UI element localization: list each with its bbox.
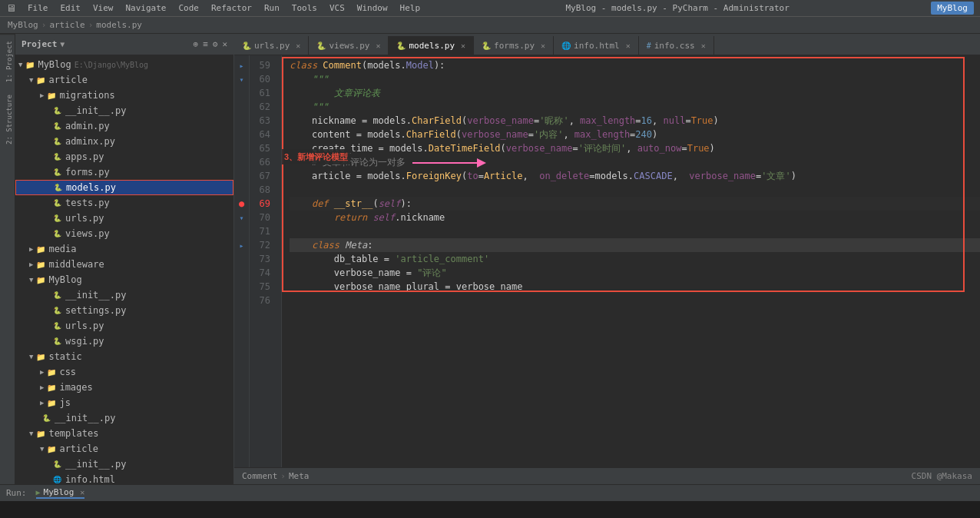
tree-item-views-article[interactable]: 🐍 views.py bbox=[15, 226, 233, 241]
tree-item-init-tpl[interactable]: 🐍 __init__.py bbox=[15, 457, 233, 472]
tab-forms[interactable]: 🐍 forms.py ✕ bbox=[474, 36, 554, 55]
breadcrumb-item-article[interactable]: article bbox=[49, 20, 84, 30]
tree-item-init2[interactable]: 🐍 __init__.py bbox=[15, 287, 233, 303]
file-tree[interactable]: ▼ 📁 MyBlog E:\Django\MyBlog ▼ 📁 article … bbox=[15, 55, 233, 484]
tree-item-adminx[interactable]: 🐍 adminx.py bbox=[15, 134, 233, 149]
tab-close-views[interactable]: ✕ bbox=[376, 42, 380, 50]
code-editor[interactable]: ▸ ▾ ● ▾ ▸ 59 bbox=[234, 55, 980, 467]
tree-item-article[interactable]: ▼ 📁 article bbox=[15, 72, 233, 88]
menu-navigate[interactable]: Navigate bbox=[122, 3, 171, 13]
run-panel: Run: ▶ MyBlog ✕ bbox=[0, 484, 980, 501]
folder-icon-middleware: 📁 bbox=[35, 258, 47, 271]
tab-info-css[interactable]: # info.css ✕ bbox=[639, 36, 714, 55]
sidebar-dropdown-icon[interactable]: ▼ bbox=[60, 40, 65, 48]
py-icon-wsgi: 🐍 bbox=[51, 335, 63, 347]
fold-icon-60[interactable]: ▾ bbox=[239, 75, 243, 84]
tab-close-forms[interactable]: ✕ bbox=[541, 42, 545, 50]
settings-icon[interactable]: ⚙ bbox=[213, 39, 218, 49]
folder-icon-css: 📁 bbox=[45, 366, 58, 378]
structure-panel-tab[interactable]: 2: Structure bbox=[0, 88, 15, 151]
tree-item-media[interactable]: ▶ 📁 media bbox=[15, 241, 233, 257]
menu-code[interactable]: Code bbox=[174, 3, 203, 13]
tree-item-init1[interactable]: 🐍 __init__.py bbox=[15, 103, 233, 118]
label-urls-article: urls.py bbox=[65, 213, 104, 224]
tree-item-apps[interactable]: 🐍 apps.py bbox=[15, 149, 233, 164]
tab-icon-models: 🐍 bbox=[396, 42, 406, 50]
tab-close-models[interactable]: ✕ bbox=[461, 42, 465, 50]
label-middleware: middleware bbox=[48, 259, 104, 270]
tree-item-models[interactable]: 🐍 models.py bbox=[15, 180, 233, 195]
tab-close-urls[interactable]: ✕ bbox=[296, 42, 300, 50]
tree-item-init3[interactable]: 🐍 __init__.py bbox=[15, 410, 233, 426]
bc-comment: Comment bbox=[242, 471, 277, 481]
linenum-62: 62 bbox=[250, 100, 275, 114]
titlebar-left: 🖥 File Edit View Navigate Code Refactor … bbox=[6, 2, 424, 14]
tree-item-myblog-root[interactable]: ▼ 📁 MyBlog E:\Django\MyBlog bbox=[15, 57, 233, 72]
statusbar-right: CSDN @Makasa bbox=[912, 471, 972, 481]
tree-item-myblog-pkg[interactable]: ▼ 📁 MyBlog bbox=[15, 272, 233, 287]
breadcrumb-item-myblog[interactable]: MyBlog bbox=[8, 20, 38, 30]
collapse-all-icon[interactable]: ≡ bbox=[203, 39, 208, 49]
tree-item-admin[interactable]: 🐍 admin.py bbox=[15, 118, 233, 134]
tree-item-article-tpl[interactable]: ▼ 📁 article bbox=[15, 441, 233, 457]
label-init2: __init__.py bbox=[65, 290, 126, 301]
tree-item-settings[interactable]: 🐍 settings.py bbox=[15, 303, 233, 318]
menu-refactor[interactable]: Refactor bbox=[207, 3, 256, 13]
folder-icon-media: 📁 bbox=[35, 243, 47, 255]
tab-label-urls: urls.py bbox=[254, 41, 290, 51]
menu-tools[interactable]: Tools bbox=[288, 3, 321, 13]
fold-icon-72[interactable]: ▸ bbox=[239, 241, 243, 250]
tree-item-tests[interactable]: 🐍 tests.py bbox=[15, 195, 233, 211]
code-content[interactable]: class Comment(models.Model): """ 文章评论表 "… bbox=[282, 55, 980, 467]
tree-item-info-html[interactable]: 🌐 info.html bbox=[15, 472, 233, 484]
label-adminx: adminx.py bbox=[65, 136, 115, 147]
menu-view[interactable]: View bbox=[89, 3, 118, 13]
py-icon-urls-root: 🐍 bbox=[51, 320, 63, 332]
menu-vcs[interactable]: VCS bbox=[326, 3, 349, 13]
tab-close-info-css[interactable]: ✕ bbox=[701, 42, 706, 50]
tab-views[interactable]: 🐍 views.py ✕ bbox=[309, 36, 389, 55]
run-tab-close[interactable]: ✕ bbox=[80, 488, 84, 496]
gutter-71 bbox=[234, 224, 249, 238]
fold-icon-70[interactable]: ▾ bbox=[239, 214, 243, 222]
menu-run[interactable]: Run bbox=[260, 3, 283, 13]
label-settings: settings.py bbox=[65, 305, 126, 316]
run-tab-myblog[interactable]: ▶ MyBlog ✕ bbox=[36, 487, 85, 499]
menu-window[interactable]: Window bbox=[353, 3, 392, 13]
tree-item-migrations[interactable]: ▶ 📁 migrations bbox=[15, 88, 233, 103]
tab-urls[interactable]: 🐍 urls.py ✕ bbox=[234, 36, 309, 55]
label-init3: __init__.py bbox=[55, 413, 115, 423]
tree-item-images-folder[interactable]: ▶ 📁 images bbox=[15, 380, 233, 395]
fold-icon-59[interactable]: ▸ bbox=[239, 61, 243, 70]
tree-item-wsgi[interactable]: 🐍 wsgi.py bbox=[15, 334, 233, 349]
project-panel-tab[interactable]: 1: Project bbox=[0, 34, 15, 88]
tab-close-info-html[interactable]: ✕ bbox=[626, 42, 631, 50]
menu-edit[interactable]: Edit bbox=[57, 3, 85, 13]
gutter-62 bbox=[234, 100, 249, 114]
tree-item-urls-article[interactable]: 🐍 urls.py bbox=[15, 211, 233, 226]
menu-help[interactable]: Help bbox=[396, 3, 425, 13]
kw-class-59: class bbox=[290, 58, 323, 72]
locate-file-icon[interactable]: ⊕ bbox=[194, 39, 199, 49]
sidebar-title: Project bbox=[22, 39, 57, 49]
code-line-76 bbox=[290, 294, 980, 307]
label-myblog-pkg: MyBlog bbox=[48, 274, 81, 285]
tab-models[interactable]: 🐍 models.py ✕ bbox=[389, 36, 474, 55]
linenum-68: 68 bbox=[250, 183, 275, 197]
tree-item-static[interactable]: ▼ 📁 static bbox=[15, 349, 233, 364]
menu-file[interactable]: File bbox=[24, 3, 52, 13]
tree-item-js-folder[interactable]: ▶ 📁 js bbox=[15, 395, 233, 410]
folder-icon-templates: 📁 bbox=[35, 427, 47, 440]
tab-info-html[interactable]: 🌐 info.html ✕ bbox=[554, 36, 639, 55]
breadcrumb-item-file[interactable]: models.py bbox=[96, 20, 142, 30]
tree-item-urls-root[interactable]: 🐍 urls.py bbox=[15, 318, 233, 334]
editor-tabs: 🐍 urls.py ✕ 🐍 views.py ✕ 🐍 models.py ✕ 🐍… bbox=[234, 34, 980, 55]
breakpoint-icon-69[interactable]: ● bbox=[239, 198, 244, 209]
tree-item-css-folder[interactable]: ▶ 📁 css bbox=[15, 364, 233, 380]
tree-item-forms[interactable]: 🐍 forms.py bbox=[15, 164, 233, 180]
close-sidebar-icon[interactable]: ✕ bbox=[222, 39, 227, 49]
myblog-button[interactable]: MyBlog bbox=[931, 2, 974, 15]
tree-item-middleware[interactable]: ▶ 📁 middleware bbox=[15, 257, 233, 272]
tree-item-templates[interactable]: ▼ 📁 templates bbox=[15, 426, 233, 441]
code-line-61: 文章评论表 bbox=[290, 86, 980, 100]
